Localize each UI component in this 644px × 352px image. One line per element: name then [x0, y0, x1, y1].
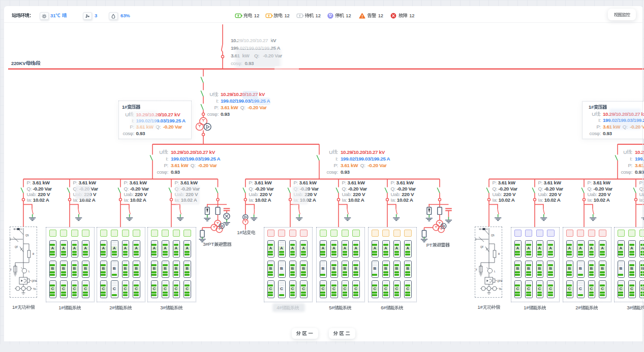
svg-text:-0.20 Var: -0.20 Var — [248, 105, 267, 110]
svg-text:Uab:: Uab: — [538, 191, 549, 197]
svg-text:I:: I: — [598, 117, 601, 123]
svg-text:Ia:: Ia: — [249, 197, 255, 203]
svg-text:I:: I: — [630, 156, 632, 162]
svg-text::: : — [167, 149, 168, 155]
svg-text:12: 12 — [409, 13, 414, 18]
svg-text:-0.20 Var: -0.20 Var — [630, 124, 644, 130]
svg-text:Q:: Q: — [73, 186, 79, 191]
svg-text:1#: 1# — [12, 305, 18, 310]
svg-text:-0.20 Var: -0.20 Var — [255, 186, 274, 191]
svg-text:P:: P: — [214, 105, 219, 110]
svg-text:10.29/10.20/10.27 kV: 10.29/10.20/10.27 kV — [136, 112, 181, 117]
svg-text:Ia:: Ia: — [391, 197, 397, 203]
svg-text::: : — [133, 112, 134, 117]
svg-text:P:: P: — [639, 180, 644, 185]
svg-text:199.02/199.03/199.25 A: 199.02/199.03/199.25 A — [341, 156, 390, 162]
svg-text:Q:: Q: — [588, 186, 594, 191]
svg-text:P:: P: — [130, 124, 134, 130]
svg-text::: : — [631, 149, 632, 155]
svg-text:P:: P: — [175, 180, 180, 185]
svg-text:Ia:: Ia: — [124, 197, 130, 203]
svg-text:10.02 A: 10.02 A — [181, 197, 197, 203]
svg-text:U: U — [209, 91, 213, 97]
svg-text:Uab:: Uab: — [391, 191, 402, 197]
svg-text:3.61 kW: 3.61 kW — [593, 180, 611, 185]
svg-text:3.61 kW: 3.61 kW — [136, 124, 154, 130]
svg-text:U: U — [623, 149, 627, 155]
svg-text:12: 12 — [378, 13, 383, 18]
svg-text:QS: QS — [25, 234, 29, 237]
svg-text:Uab:: Uab: — [294, 191, 305, 197]
svg-text:0.93: 0.93 — [221, 111, 230, 117]
svg-text:2#: 2# — [109, 305, 115, 310]
svg-text:R: R — [498, 253, 500, 255]
svg-text:Q:: Q: — [27, 186, 33, 191]
svg-text:10.29/10.20/10.27 kV: 10.29/10.20/10.27 kV — [221, 91, 265, 97]
svg-text:12: 12 — [346, 13, 351, 18]
svg-text:P:: P: — [538, 180, 544, 185]
svg-text:P:: P: — [333, 163, 338, 168]
svg-text:-0.20 Var: -0.20 Var — [181, 186, 200, 191]
svg-text:2#: 2# — [575, 305, 581, 310]
svg-text:P:: P: — [249, 180, 254, 185]
svg-text:cosφ:: cosφ: — [231, 60, 244, 66]
svg-text:3.61 kW: 3.61 kW — [221, 105, 238, 110]
svg-text:3#: 3# — [160, 305, 166, 310]
svg-text:Ia:: Ia: — [73, 197, 79, 203]
svg-text:3#PT: 3#PT — [203, 242, 214, 247]
svg-text:TA: TA — [33, 288, 36, 291]
svg-text:Q:: Q: — [358, 163, 367, 168]
svg-text:Uab:: Uab: — [175, 191, 186, 197]
svg-text:P:: P: — [628, 163, 632, 168]
svg-text:Uab:: Uab: — [639, 191, 644, 197]
svg-text:31: 31 — [50, 13, 56, 18]
svg-text:10.02 A: 10.02 A — [300, 197, 316, 203]
svg-text:0.93: 0.93 — [136, 131, 146, 136]
svg-text:0.93: 0.93 — [244, 60, 254, 66]
svg-text:L: L — [28, 270, 30, 273]
svg-text:QF: QF — [480, 246, 484, 248]
svg-text:U: U — [592, 111, 595, 117]
svg-text:1#: 1# — [58, 305, 64, 310]
svg-text:I:: I: — [216, 98, 219, 104]
svg-text:-0.20 Var: -0.20 Var — [348, 186, 367, 191]
svg-text:Ia:: Ia: — [27, 197, 33, 203]
svg-text:U: U — [159, 149, 163, 155]
svg-text:10.02 A: 10.02 A — [255, 197, 271, 203]
svg-text:P:: P: — [391, 180, 396, 185]
svg-text:3.61 kW: 3.61 kW — [498, 180, 516, 185]
svg-text:P:: P: — [588, 180, 593, 185]
svg-text:Ia:: Ia: — [294, 197, 300, 203]
svg-text:-0.20 Var: -0.20 Var — [130, 186, 149, 191]
svg-text:12: 12 — [284, 13, 289, 18]
svg-text:Uab:: Uab: — [27, 191, 38, 197]
svg-text:220 V: 220 V — [304, 191, 317, 197]
svg-text:Q:: Q: — [188, 163, 198, 168]
svg-text:Q:: Q: — [391, 186, 397, 191]
svg-text:12: 12 — [316, 13, 321, 18]
svg-text:1#: 1# — [478, 305, 483, 310]
svg-text:Q:: Q: — [639, 186, 644, 191]
svg-text:220 V: 220 V — [38, 191, 50, 197]
svg-text:3.61 kW: 3.61 kW — [79, 180, 97, 185]
svg-text:-0.20 Var: -0.20 Var — [79, 186, 99, 191]
svg-text:Uab:: Uab: — [588, 191, 599, 197]
svg-text:220KV: 220KV — [11, 60, 26, 66]
svg-text:63%: 63% — [120, 13, 130, 18]
svg-text:10.02 A: 10.02 A — [499, 197, 515, 203]
svg-text:3.61 kW: 3.61 kW — [33, 180, 50, 185]
svg-text:3: 3 — [95, 13, 97, 18]
svg-text:10.29/10.20/10.27 kV: 10.29/10.20/10.27 kV — [603, 111, 644, 117]
svg-text:Q:: Q: — [342, 186, 348, 191]
svg-text:220 V: 220 V — [549, 191, 562, 197]
svg-text:Uab:: Uab: — [249, 191, 260, 197]
svg-text:cosφ:: cosφ: — [326, 169, 338, 175]
svg-text:I:: I: — [335, 156, 338, 162]
svg-text:1#: 1# — [589, 105, 594, 110]
svg-text:220 V: 220 V — [135, 191, 147, 197]
svg-text:QFM: QFM — [32, 280, 37, 282]
svg-text:3.61 kW: 3.61 kW — [603, 124, 621, 130]
svg-text:199.02/199.03/199.25 A: 199.02/199.03/199.25 A — [603, 117, 644, 123]
svg-text:3#: 3# — [627, 305, 632, 310]
svg-text:1#: 1# — [122, 105, 128, 110]
